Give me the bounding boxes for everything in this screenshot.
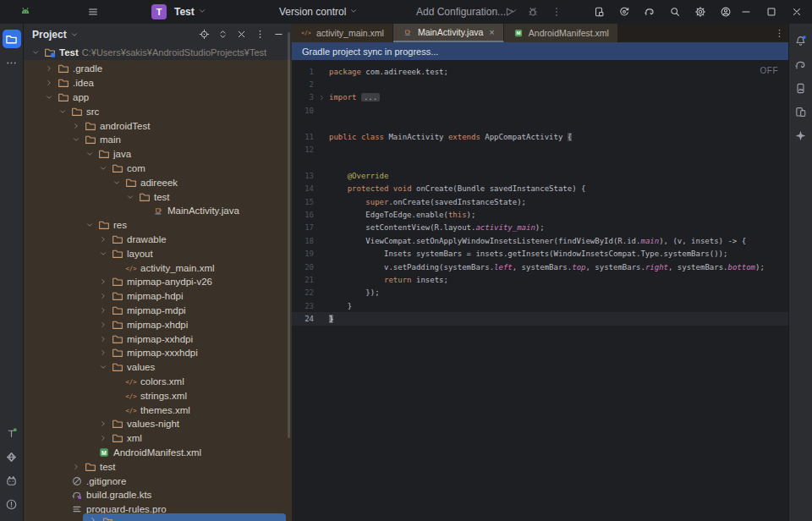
tree-item-java[interactable]: java: [24, 147, 292, 162]
chevron-right-icon[interactable]: [98, 348, 108, 358]
code-line-24[interactable]: 24}: [292, 312, 788, 325]
tree-item-.idea[interactable]: .idea: [24, 76, 292, 90]
tree-scrollbar[interactable]: [288, 32, 290, 438]
close-tab-icon[interactable]: ×: [489, 27, 494, 37]
tab-MainActivity.java[interactable]: MainActivity.java×: [393, 24, 504, 42]
code-line-17[interactable]: 17 setContentView(R.layout.activity_main…: [292, 222, 788, 234]
chevron-right-icon[interactable]: [98, 305, 108, 315]
code-line-3[interactable]: 3import ...: [292, 91, 788, 104]
code-line-1[interactable]: 1package com.adireeek.test;: [292, 65, 788, 78]
tree-item-com[interactable]: com: [24, 162, 292, 176]
tree-item-mipmap-xxxhdpi[interactable]: mipmap-xxxhdpi: [24, 346, 292, 360]
terminal-button[interactable]: [3, 424, 21, 442]
tree-item-app[interactable]: app: [24, 90, 292, 105]
code-inlay-row[interactable]: [292, 156, 788, 169]
chevron-down-icon[interactable]: [70, 27, 79, 42]
code-line-21[interactable]: 21 return insets;: [292, 273, 788, 286]
chevron-right-icon[interactable]: [98, 320, 108, 330]
hide-button[interactable]: [270, 26, 287, 43]
tree-item-MainActivity.java[interactable]: MainActivity.java: [24, 204, 292, 218]
tree-item-.gradle[interactable]: .gradle: [24, 62, 292, 76]
locate-button[interactable]: [195, 26, 212, 43]
tab-activity_main.xml[interactable]: </>activity_main.xml: [292, 24, 393, 42]
chevron-right-icon[interactable]: [98, 334, 108, 344]
tree-item-build.gradle.kts[interactable]: build.gradle.kts: [24, 488, 292, 502]
code-editor[interactable]: 1package com.adireeek.test;23import ...1…: [292, 60, 788, 521]
chevron-down-icon[interactable]: [98, 362, 108, 372]
tree-item-mipmap-hdpi[interactable]: mipmap-hdpi: [24, 289, 292, 304]
close-button[interactable]: [788, 3, 805, 20]
run-button[interactable]: [501, 3, 518, 20]
logcat-button[interactable]: [3, 471, 21, 490]
tree-item-drawable[interactable]: drawable: [24, 233, 292, 247]
profiler-button[interactable]: [616, 3, 633, 20]
gradle-sync-button[interactable]: [641, 3, 658, 20]
more-horizontal-button[interactable]: [3, 53, 21, 72]
code-line-18[interactable]: 18 ViewCompat.setOnApplyWindowInsetsList…: [292, 234, 788, 247]
tree-item-strings.xml[interactable]: </>strings.xml: [24, 388, 292, 403]
search-button[interactable]: [667, 3, 683, 20]
code-line-2[interactable]: 2: [292, 78, 788, 90]
tree-item-mipmap-xxhdpi[interactable]: mipmap-xxhdpi: [24, 332, 292, 346]
running-devices-button[interactable]: [792, 79, 810, 97]
tree-item-androidTest[interactable]: androidTest: [24, 118, 292, 133]
chevron-down-icon[interactable]: [125, 192, 135, 202]
chevron-right-icon[interactable]: [71, 462, 81, 472]
tree-item-main[interactable]: main: [24, 133, 292, 147]
code-line-22[interactable]: 22 });: [292, 287, 788, 299]
fold-marker-icon[interactable]: [314, 94, 329, 101]
tab-AndroidManifest.xml[interactable]: MAndroidManifest.xml: [504, 24, 618, 42]
app-insights-button[interactable]: [3, 447, 21, 466]
more-vertical-button[interactable]: [251, 26, 268, 43]
code-line-19[interactable]: 19 Insets systemBars = insets.getInsets(…: [292, 247, 788, 260]
chevron-down-icon[interactable]: [98, 249, 108, 259]
project-selector[interactable]: Test: [174, 0, 206, 24]
tree-item-mipmap-mdpi[interactable]: mipmap-mdpi: [24, 304, 292, 318]
expand-all-button[interactable]: [214, 26, 231, 43]
ai-completion-off-badge[interactable]: OFF: [760, 66, 779, 75]
tree-item-mipmap-anydpi-v26[interactable]: mipmap-anydpi-v26: [24, 275, 292, 289]
maximize-button[interactable]: [763, 3, 780, 20]
gemini-button[interactable]: [792, 126, 810, 145]
settings-button[interactable]: [692, 3, 709, 20]
tree-item-test[interactable]: test: [24, 189, 292, 204]
chevron-down-icon[interactable]: [30, 47, 41, 58]
tree-item-themes.xml[interactable]: </>themes.xml: [24, 403, 292, 417]
chevron-down-icon[interactable]: [58, 107, 68, 117]
tree-item-colors.xml[interactable]: </>colors.xml: [24, 375, 292, 389]
tree-item-xml[interactable]: xml: [24, 431, 292, 446]
tree-item-activity_main.xml[interactable]: </>activity_main.xml: [24, 260, 292, 275]
chevron-right-icon[interactable]: [71, 121, 81, 131]
more-vertical-button[interactable]: [548, 3, 565, 20]
collapse-all-button[interactable]: [233, 26, 250, 43]
gradle-button[interactable]: [792, 55, 810, 74]
chevron-down-icon[interactable]: [71, 134, 81, 145]
chevron-right-icon[interactable]: [44, 63, 54, 74]
code-line-14[interactable]: 14 protected void onCreate(Bundle savedI…: [292, 183, 788, 195]
problems-button[interactable]: [3, 495, 21, 513]
tree-item-src[interactable]: src: [24, 104, 292, 118]
chevron-right-icon[interactable]: [98, 433, 108, 443]
tree-item-selected-partial[interactable]: [83, 513, 286, 521]
code-line-13[interactable]: 13 @Override: [292, 169, 788, 182]
debug-button[interactable]: [524, 3, 541, 20]
chevron-right-icon[interactable]: [98, 291, 108, 301]
tree-item-res[interactable]: res: [24, 218, 292, 233]
notifications-button[interactable]: [792, 31, 810, 50]
tree-item-mipmap-xhdpi[interactable]: mipmap-xhdpi: [24, 317, 292, 332]
chevron-down-icon[interactable]: [85, 149, 95, 159]
tree-item-values-night[interactable]: values-night: [24, 417, 292, 431]
code-line-20[interactable]: 20 v.setPadding(systemBars.left, systemB…: [292, 260, 788, 273]
device-mirror-button[interactable]: [590, 3, 607, 20]
tree-item-AndroidManifest.xml[interactable]: MAndroidManifest.xml: [24, 446, 292, 460]
main-menu-button[interactable]: [85, 0, 102, 24]
code-line-16[interactable]: 16 EdgeToEdge.enable(this);: [292, 208, 788, 221]
minimize-button[interactable]: [738, 3, 754, 20]
chevron-right-icon[interactable]: [44, 78, 54, 88]
device-manager-button[interactable]: [792, 102, 810, 121]
tree-item-.gitignore[interactable]: .gitignore: [24, 474, 292, 488]
project-button[interactable]: [3, 30, 21, 48]
chevron-down-icon[interactable]: [98, 163, 108, 173]
vcs-widget[interactable]: Version control: [279, 0, 358, 24]
chevron-right-icon[interactable]: [98, 234, 108, 244]
